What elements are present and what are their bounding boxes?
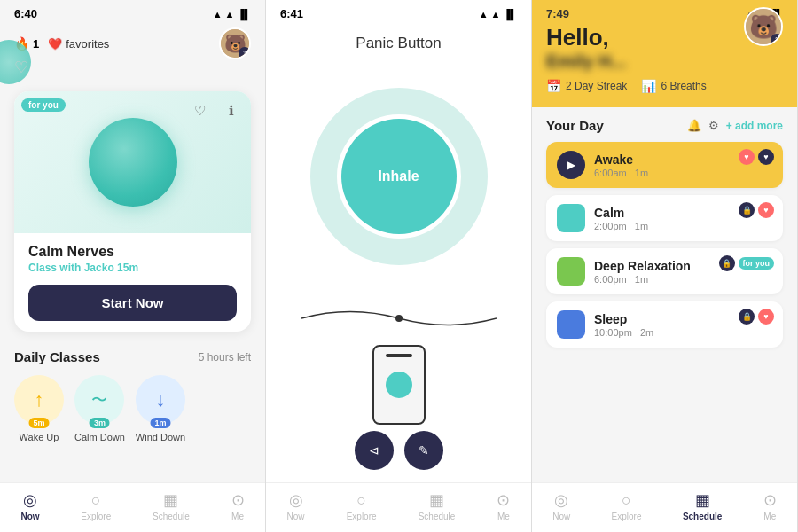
nav-me-label-2: Me bbox=[497, 512, 510, 521]
nav-schedule-icon-3: ▦ bbox=[695, 490, 710, 510]
time-3: 7:49 bbox=[546, 7, 569, 20]
heart-badge-awake: ♥ bbox=[739, 149, 755, 165]
section-header: Daily Classes 5 hours left bbox=[14, 349, 251, 364]
schedule-list: ▶ Awake 6:00am 1m ♥ ♥ Calm 2:00pm 1m bbox=[546, 142, 783, 348]
bell-filter-icon[interactable]: 🔔 bbox=[687, 119, 701, 132]
nav-now-label-3: Now bbox=[552, 512, 570, 521]
sleep-badges: 🔒 ♥ bbox=[739, 309, 774, 325]
battery-icon: ▐▌ bbox=[237, 9, 251, 20]
nav-schedule-icon-2: ▦ bbox=[429, 490, 444, 510]
wakeup-label: Wake Up bbox=[20, 432, 59, 442]
heart-icon: ❤️ bbox=[48, 37, 62, 51]
top-bar-1: 🔥 1 ❤️ favorites 🐻 1 bbox=[0, 24, 265, 66]
signal-icon-2: ▲ bbox=[479, 9, 489, 20]
nav-schedule-2[interactable]: ▦ Schedule bbox=[419, 490, 456, 521]
nav-me-1[interactable]: ⊙ Me bbox=[231, 490, 245, 521]
calm-meta: 2:00pm 1m bbox=[594, 221, 772, 231]
nav-schedule-label-3: Schedule bbox=[683, 512, 722, 521]
class-circle-calmdown: 〜 3m bbox=[74, 375, 124, 425]
for-you-badge: for you bbox=[21, 98, 66, 112]
wifi-icon: ▲ bbox=[225, 9, 235, 20]
edit-button[interactable]: ✎ bbox=[404, 431, 443, 470]
add-more-button[interactable]: + add more bbox=[726, 120, 783, 132]
nav-now-label-1: Now bbox=[20, 512, 39, 521]
bottom-nav-1: ◎ Now ○ Explore ▦ Schedule ⊙ Me bbox=[0, 482, 265, 532]
play-button-awake[interactable]: ▶ bbox=[557, 151, 585, 179]
breaths-text: 6 Breaths bbox=[661, 80, 706, 92]
nav-me-icon-2: ⊙ bbox=[497, 490, 510, 510]
like-icon[interactable]: ♡ bbox=[187, 98, 212, 123]
sleep-meta: 10:00pm 2m bbox=[594, 327, 772, 338]
schedule-item-calm[interactable]: Calm 2:00pm 1m 🔒 ♥ bbox=[546, 195, 783, 241]
nav-explore-2[interactable]: ○ Explore bbox=[347, 491, 377, 521]
day-actions: 🔔 ⚙ + add more bbox=[687, 119, 783, 132]
phone-preview bbox=[266, 345, 531, 425]
phone-1: 6:40 ▲ ▲ ▐▌ 🔥 1 ❤️ favorites 🐻 1 ♡ for y… bbox=[0, 0, 266, 532]
nav-me-2[interactable]: ⊙ Me bbox=[497, 490, 510, 521]
status-icons-2: ▲ ▲ ▐▌ bbox=[479, 9, 517, 20]
wakeup-badge: 5m bbox=[28, 418, 49, 428]
battery-icon-2: ▐▌ bbox=[503, 9, 517, 20]
favorites-link[interactable]: ❤️ favorites bbox=[48, 37, 109, 51]
winddown-icon: ↓ bbox=[155, 388, 165, 411]
nav-now-icon-3: ◎ bbox=[554, 490, 568, 510]
nav-me-icon-3: ⊙ bbox=[763, 490, 777, 510]
nav-now-3[interactable]: ◎ Now bbox=[552, 490, 570, 521]
left-orb-peek: ♡ bbox=[0, 66, 265, 84]
heart-badge-sleep: ♥ bbox=[758, 309, 774, 325]
panic-button-title: Panic Button bbox=[266, 24, 531, 70]
calendar-icon: 📅 bbox=[546, 79, 561, 93]
calm-nerves-card: for you ♡ ℹ Calm Nerves Class with Jacko… bbox=[14, 91, 251, 332]
card-visual: for you ♡ ℹ bbox=[14, 91, 251, 233]
class-item-calmdown[interactable]: 〜 3m Calm Down bbox=[74, 375, 125, 442]
status-bar-2: 6:41 ▲ ▲ ▐▌ bbox=[266, 0, 531, 24]
schedule-item-awake[interactable]: ▶ Awake 6:00am 1m ♥ ♥ bbox=[546, 142, 783, 188]
nav-me-3[interactable]: ⊙ Me bbox=[763, 490, 777, 521]
nav-schedule-1[interactable]: ▦ Schedule bbox=[153, 490, 190, 521]
calm-badges: 🔒 ♥ bbox=[739, 202, 774, 218]
calmdown-icon: 〜 bbox=[91, 389, 107, 411]
class-item-wakeup[interactable]: ↑ 5m Wake Up bbox=[14, 375, 64, 442]
share-icon: ⊲ bbox=[369, 443, 379, 458]
svg-point-0 bbox=[395, 315, 403, 322]
mini-orb bbox=[386, 372, 412, 398]
start-now-button[interactable]: Start Now bbox=[28, 285, 237, 321]
side-heart-icon: ♡ bbox=[14, 58, 28, 77]
breathing-wave bbox=[266, 301, 531, 336]
time-2: 6:41 bbox=[280, 7, 303, 20]
nav-schedule-label-1: Schedule bbox=[153, 512, 190, 521]
schedule-item-sleep[interactable]: Sleep 10:00pm 2m 🔒 ♥ bbox=[546, 301, 783, 348]
nav-schedule-icon-1: ▦ bbox=[163, 490, 178, 510]
share-button[interactable]: ⊲ bbox=[355, 431, 394, 470]
day-title: Your Day bbox=[546, 118, 604, 133]
lock-badge-calm: 🔒 bbox=[739, 202, 755, 218]
bottom-nav-2: ◎ Now ○ Explore ▦ Schedule ⊙ Me bbox=[266, 482, 531, 532]
schedule-item-deep[interactable]: Deep Relaxation 6:00pm 1m 🔒 for you bbox=[546, 248, 783, 294]
settings-filter-icon[interactable]: ⚙ bbox=[708, 119, 719, 132]
nav-explore-3[interactable]: ○ Explore bbox=[612, 491, 642, 521]
time-1: 6:40 bbox=[14, 7, 37, 20]
card-subtitle: Class with Jacko 15m bbox=[28, 262, 237, 274]
breaths-stat: 📊 6 Breaths bbox=[641, 79, 706, 93]
bottom-action-buttons: ⊲ ✎ bbox=[355, 431, 443, 470]
info-icon[interactable]: ℹ bbox=[219, 98, 244, 123]
nav-schedule-3[interactable]: ▦ Schedule bbox=[683, 490, 722, 521]
avatar-badge-3: 1 bbox=[771, 34, 783, 46]
lock-badge-sleep: 🔒 bbox=[739, 309, 755, 325]
class-circle-winddown: ↓ 1m bbox=[136, 375, 185, 425]
sleep-dot bbox=[557, 310, 585, 339]
nav-now-2[interactable]: ◎ Now bbox=[287, 490, 305, 521]
nav-explore-1[interactable]: ○ Explore bbox=[81, 491, 111, 521]
nav-explore-label-3: Explore bbox=[612, 512, 642, 521]
breathing-ring-inner: Inhale bbox=[341, 119, 457, 234]
avatar[interactable]: 🐻 1 bbox=[219, 27, 251, 59]
section-subtitle: 5 hours left bbox=[199, 351, 251, 364]
edit-icon: ✎ bbox=[419, 443, 429, 458]
your-day-section: Your Day 🔔 ⚙ + add more ▶ Awake 6:00am 1… bbox=[532, 107, 797, 355]
avatar-3[interactable]: 🐻 1 bbox=[744, 7, 783, 46]
nav-explore-icon-3: ○ bbox=[622, 491, 631, 510]
phone-2: 6:41 ▲ ▲ ▐▌ Panic Button Inhale ⊲ bbox=[266, 0, 532, 532]
awake-badges: ♥ ♥ bbox=[739, 149, 774, 165]
class-item-winddown[interactable]: ↓ 1m Wind Down bbox=[136, 375, 185, 442]
nav-now-1[interactable]: ◎ Now bbox=[20, 490, 39, 521]
